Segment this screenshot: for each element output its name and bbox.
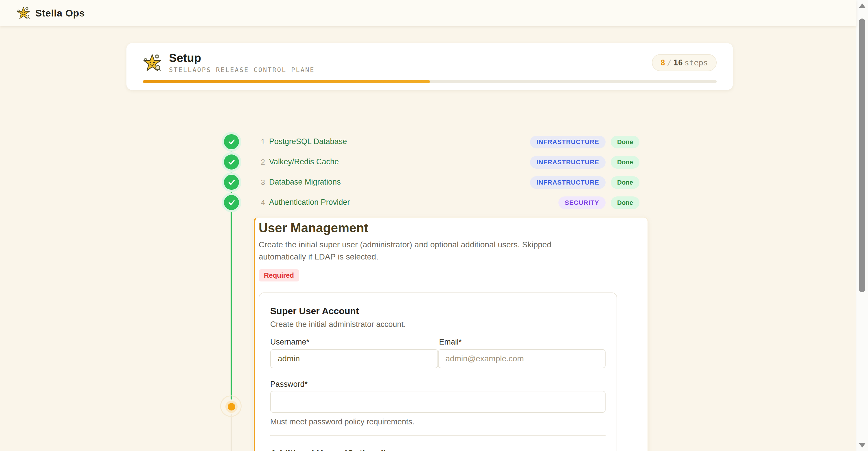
section-description: Create the initial super user (administr… [259,239,591,263]
step-title[interactable]: Authentication Provider [269,198,350,207]
main-content: Setup STELLAOPS RELEASE CONTROL PLANE 8/… [0,26,857,451]
app-name: Stella Ops [35,7,85,19]
steps-suffix: steps [685,58,708,67]
page-subtitle: STELLAOPS RELEASE CONTROL PLANE [169,66,315,73]
check-circle-icon [224,195,239,210]
scrollbar[interactable] [856,0,868,451]
setup-mascot-icon [143,54,161,72]
status-badge: Done [611,136,640,149]
required-badge: Required [259,269,299,282]
step-row[interactable]: 3 Database Migrations INFRASTRUCTURE Don… [0,172,857,192]
step-row[interactable]: 4 Authentication Provider SECURITY Done [0,192,857,213]
steps-progress-badge: 8/16 steps [652,54,717,71]
setup-progress-bar [143,80,717,83]
scroll-up-arrow-icon[interactable] [859,3,866,8]
status-badge: Done [611,156,640,169]
category-badge: INFRASTRUCTURE [530,156,606,169]
status-badge: Done [611,176,640,189]
password-help-text: Must meet password policy requirements. [270,417,606,426]
scroll-down-arrow-icon[interactable] [859,443,866,448]
timeline-line-upcoming [230,414,232,451]
topbar: Stella Ops [0,0,857,26]
category-badge: SECURITY [558,196,606,209]
additional-users-title: Additional Users (Optional) [270,448,606,451]
username-label: Username* [270,337,438,347]
setup-header-card: Setup STELLAOPS RELEASE CONTROL PLANE 8/… [126,43,733,90]
email-label: Email* [438,337,606,347]
category-badge: INFRASTRUCTURE [530,136,606,149]
current-step-dot [228,403,235,411]
check-circle-icon [224,175,239,190]
check-circle-icon [224,134,239,149]
super-user-form-card: Super User Account Create the initial ad… [259,292,617,451]
steps-total-count: 16 [673,58,683,67]
super-user-title: Super User Account [270,306,606,317]
section-title: User Management [259,220,648,236]
step-number: 3 [255,178,265,187]
steps-done-count: 8 [660,58,665,67]
step-number: 4 [255,198,265,207]
password-label: Password* [270,380,606,389]
completed-steps-list: 1 PostgreSQL Database INFRASTRUCTURE Don… [0,132,857,213]
check-circle-icon [224,155,239,169]
super-user-description: Create the initial administrator account… [270,320,606,329]
section-divider [270,435,606,436]
step-title[interactable]: Valkey/Redis Cache [269,157,339,166]
scrollbar-thumb[interactable] [859,19,865,292]
step-title[interactable]: Database Migrations [269,178,341,187]
step-row[interactable]: 1 PostgreSQL Database INFRASTRUCTURE Don… [0,132,857,152]
email-field[interactable] [438,349,606,368]
username-field[interactable] [270,349,438,368]
step-number: 1 [255,137,265,147]
step-title[interactable]: PostgreSQL Database [269,137,347,146]
step-number: 2 [255,158,265,167]
step-row[interactable]: 2 Valkey/Redis Cache INFRASTRUCTURE Done [0,152,857,172]
stella-ops-logo-icon [17,6,30,20]
status-badge: Done [611,196,640,209]
page-title: Setup [169,52,315,64]
password-field[interactable] [270,391,606,413]
category-badge: INFRASTRUCTURE [530,176,606,189]
setup-progress-fill [143,80,430,83]
user-management-card: User Management Create the initial super… [254,217,648,451]
